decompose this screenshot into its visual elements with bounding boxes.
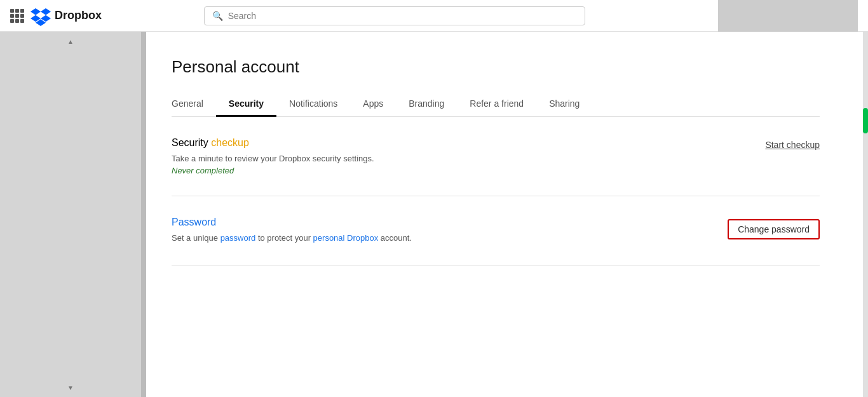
page-title: Personal account <box>172 57 820 77</box>
section-password-right: Change password <box>728 217 820 239</box>
section-checkup-desc: Take a minute to review your Dropbox sec… <box>172 154 765 163</box>
section-checkup-title: Security checkup <box>172 137 765 149</box>
sidebar: ▲ ▼ <box>0 32 146 397</box>
password-desc-link-password[interactable]: password <box>220 233 256 243</box>
tab-apps[interactable]: Apps <box>350 92 396 117</box>
tab-security[interactable]: Security <box>216 92 276 117</box>
password-desc-link-personal[interactable]: personal <box>313 233 345 243</box>
tab-notifications[interactable]: Notifications <box>276 92 350 117</box>
main-scrollbar[interactable] <box>863 32 868 397</box>
password-desc-link-dropbox[interactable]: Dropbox <box>347 233 378 243</box>
header: Dropbox 🔍 <box>0 0 868 32</box>
sidebar-scroll-down[interactable]: ▼ <box>0 378 141 397</box>
dropbox-logo[interactable]: Dropbox <box>31 6 102 26</box>
search-input[interactable] <box>228 11 577 21</box>
page-container: Personal account General Security Notifi… <box>146 32 845 292</box>
layout: ▲ ▼ Personal account General Security No… <box>0 32 868 397</box>
tab-branding[interactable]: Branding <box>396 92 457 117</box>
tabs-nav: General Security Notifications Apps Bran… <box>172 92 820 117</box>
section-checkup-left: Security checkup Take a minute to review… <box>172 137 765 175</box>
tab-refer[interactable]: Refer a friend <box>457 92 536 117</box>
tab-general[interactable]: General <box>172 92 216 117</box>
dropbox-logo-icon <box>31 6 51 26</box>
section-checkup-highlight: checkup <box>211 137 249 148</box>
svg-marker-1 <box>41 8 51 15</box>
main-content: Personal account General Security Notifi… <box>146 32 868 397</box>
grid-menu-icon[interactable] <box>10 9 24 23</box>
section-password-left: Password Set a unique password to protec… <box>172 217 728 245</box>
section-checkup-status: Never completed <box>172 166 765 175</box>
tab-sharing[interactable]: Sharing <box>536 92 592 117</box>
search-input-wrapper[interactable]: 🔍 <box>204 6 585 25</box>
section-checkup-title-plain: Security <box>172 137 211 148</box>
sidebar-scroll-up[interactable]: ▲ <box>0 32 141 51</box>
section-password: Password Set a unique password to protec… <box>172 196 820 266</box>
search-icon: 🔍 <box>212 11 223 21</box>
svg-marker-0 <box>31 8 41 15</box>
sidebar-scrollbar[interactable] <box>141 32 146 397</box>
header-left: Dropbox <box>10 6 137 26</box>
main-scrollbar-thumb[interactable] <box>863 108 868 133</box>
change-password-button[interactable]: Change password <box>728 219 820 239</box>
start-checkup-button[interactable]: Start checkup <box>765 140 820 150</box>
dropbox-logo-text: Dropbox <box>55 9 102 22</box>
search-bar: 🔍 <box>204 6 585 25</box>
section-password-title: Password <box>172 217 728 228</box>
header-right-area <box>718 0 858 32</box>
section-security-checkup: Security checkup Take a minute to review… <box>172 117 820 196</box>
section-password-desc: Set a unique password to protect your pe… <box>172 233 728 243</box>
section-checkup-right: Start checkup <box>765 137 820 150</box>
